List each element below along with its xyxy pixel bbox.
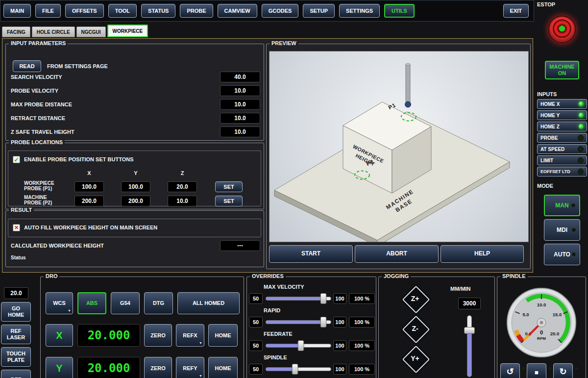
menu-camview[interactable]: CAMVIEW (218, 4, 257, 18)
axis-x-button[interactable]: X (46, 324, 73, 347)
mode-title: MODE (537, 183, 553, 189)
p1-z-value[interactable]: 20.0 (168, 181, 197, 192)
menu-setup[interactable]: SETUP (303, 4, 335, 18)
home-y-button[interactable]: HOME (208, 357, 238, 378)
mode-man-button[interactable]: MAN (544, 195, 580, 216)
touch-plate-button[interactable]: TOUCH PLATE (1, 347, 31, 367)
menu-utils[interactable]: UTILS (384, 4, 415, 18)
mode-auto-button[interactable]: AUTO (544, 244, 580, 265)
estop-button[interactable] (548, 16, 576, 43)
p1-y-value[interactable]: 100.0 (121, 181, 150, 192)
slider-thumb[interactable] (292, 364, 298, 375)
spindle-ccw-button[interactable] (500, 363, 520, 378)
p1-set-button[interactable]: SET (215, 181, 243, 192)
home-y-led (579, 113, 584, 118)
preview-title: PREVIEW (270, 40, 298, 46)
jog-y-plus-button[interactable]: Y+ (401, 345, 429, 372)
probe-shaft-top (406, 63, 410, 65)
ref-laser-button[interactable]: REF LASER (1, 325, 31, 344)
menu-file[interactable]: FILE (35, 4, 61, 18)
jog-z-plus-button[interactable]: Z+ (401, 285, 429, 312)
p1-x-value[interactable]: 100.0 (74, 181, 104, 192)
z-safe-travel-value[interactable]: 10.0 (220, 126, 260, 137)
menu-probe[interactable]: PROBE (180, 4, 213, 18)
max-velocity-slider[interactable] (266, 297, 331, 301)
mode-label: AUTO (554, 251, 570, 258)
slider-thumb[interactable] (298, 340, 304, 351)
slider-thumb[interactable] (320, 317, 327, 328)
jogging-title: JOGGING (382, 273, 411, 279)
gauge-unit: RPM (537, 336, 546, 341)
jog-rate-slider[interactable] (467, 315, 472, 377)
refy-button[interactable]: REFY (176, 357, 204, 378)
search-velocity-value[interactable]: 40.0 (220, 72, 260, 82)
menu-gcodes[interactable]: GCODES (262, 4, 299, 18)
tab-ngcgui[interactable]: NGCGUI (76, 26, 106, 37)
input-eoffset-ltd: EOFFSET LTD (537, 167, 587, 176)
jog-rate-value[interactable]: 3000 (458, 298, 481, 309)
feedrate-slider[interactable] (266, 344, 331, 348)
p2-set-button[interactable]: SET (215, 196, 243, 206)
gauge-orange-arc (516, 330, 518, 335)
g54-button[interactable]: G54 (111, 292, 140, 314)
jog-z-minus-button[interactable]: Z- (401, 315, 429, 342)
abs-button[interactable]: ABS (77, 292, 106, 314)
spindle-ovr-slider[interactable] (266, 367, 331, 371)
read-button[interactable]: READ (13, 60, 41, 72)
all-homed-button[interactable]: ALL HOMED (177, 292, 240, 314)
p2-z-value[interactable]: 10.0 (168, 196, 197, 206)
spindle-cw-button[interactable] (553, 363, 573, 378)
p2-y-value[interactable]: 200.0 (121, 196, 150, 206)
preview-group: PREVIEW (266, 44, 531, 269)
max-probe-distance-value[interactable]: 10.0 (220, 99, 260, 110)
tab-facing[interactable]: FACING (2, 26, 30, 37)
dtg-button[interactable]: DTG (144, 292, 173, 314)
zero-x-button[interactable]: ZERO (144, 324, 172, 347)
gauge-tick-10: 10.0 (537, 302, 546, 307)
start-button[interactable]: START (269, 245, 353, 263)
slider-thumb[interactable] (464, 327, 475, 334)
menu-offsets[interactable]: OFFSETS (65, 4, 104, 18)
axis-y-button[interactable]: Y (46, 357, 73, 378)
p2-x-value[interactable]: 200.0 (74, 196, 104, 206)
tab-hole-circle[interactable]: HOLE CIRCLE (32, 26, 75, 37)
menu-tool[interactable]: TOOL (108, 4, 137, 18)
field-label: MAX PROBE DISTANCE (11, 99, 72, 110)
slider-thumb[interactable] (320, 293, 327, 304)
tab-workpiece[interactable]: WORKPIECE (107, 25, 148, 37)
field-label: SEARCH VELOCITY (11, 72, 62, 82)
machine-on-button[interactable]: MACHINE ON (545, 61, 579, 79)
jog-unit-label: MM/MIN (450, 286, 471, 292)
touch-plate-height-value[interactable]: 20.0 (4, 287, 28, 299)
zero-y-button[interactable]: ZERO (144, 357, 172, 378)
home-z-led (579, 124, 584, 129)
rapid-slider[interactable] (266, 320, 331, 324)
jog-label: Y+ (401, 345, 429, 372)
menu-settings[interactable]: SETTINGS (339, 4, 380, 18)
mdi-led (571, 227, 576, 232)
spindle-stop-button[interactable] (527, 363, 546, 378)
probe-velocity-value[interactable]: 10.0 (220, 85, 260, 96)
mode-mdi-button[interactable]: MDI (544, 219, 580, 241)
retract-distance-value[interactable]: 10.0 (220, 113, 260, 124)
ref-button[interactable]: REF (1, 370, 31, 378)
go-home-button[interactable]: GO HOME (1, 302, 31, 322)
overrides-group: OVERRIDES MAX VELOCITY 50 100 100 % RAPI… (246, 277, 376, 378)
max-velocity-pct: 100 % (349, 293, 375, 304)
help-button[interactable]: HELP (441, 245, 524, 263)
field-label: Z SAFE TRAVEL HEIGHT (11, 126, 74, 137)
menu-status[interactable]: STATUS (141, 4, 175, 18)
slider-fill (266, 321, 323, 324)
refx-button[interactable]: REFX (176, 324, 204, 347)
exit-button[interactable]: EXIT (503, 4, 529, 18)
at-speed-led (578, 146, 584, 152)
gauge-tick-15: 15.0 (553, 312, 562, 317)
autofill-label: AUTO FILL WORKPIECE HEIGHT ON MAIN SCREE… (24, 224, 157, 231)
home-x-button[interactable]: HOME (208, 324, 238, 347)
abort-button[interactable]: ABORT (355, 245, 439, 263)
menu-main[interactable]: MAIN (3, 4, 31, 18)
wcs-button[interactable]: WCS (46, 292, 73, 314)
probe-locations-title: PROBE LOCATIONS (9, 139, 65, 145)
enable-probe-buttons-checkbox[interactable] (13, 156, 20, 163)
autofill-checkbox[interactable] (13, 224, 20, 231)
